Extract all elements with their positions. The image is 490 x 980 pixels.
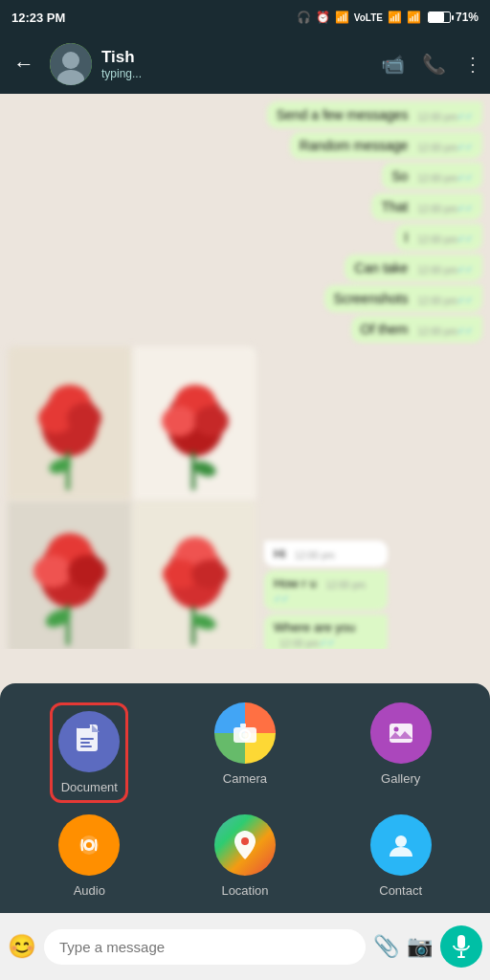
- table-row: Screenshots 12:00 pm✓✓: [8, 285, 482, 312]
- rose-image-3: [8, 501, 131, 649]
- svg-point-21: [68, 555, 106, 588]
- table-row: Send a few messages 12:00 pm✓✓: [8, 101, 482, 128]
- message-bubble: Screenshots 12:00 pm✓✓: [324, 285, 482, 312]
- input-bar: 😊 📎 📷: [0, 913, 490, 980]
- message-bubble: That 12:00 pm✓✓: [371, 193, 482, 220]
- svg-rect-29: [191, 607, 195, 645]
- attach-item-location[interactable]: Location: [214, 814, 276, 898]
- status-icons: 🎧 ⏰ 📶 VoLTE 📶 📶 71%: [297, 11, 479, 24]
- svg-rect-15: [191, 452, 195, 490]
- svg-rect-33: [80, 738, 94, 740]
- svg-rect-35: [80, 746, 92, 747]
- mic-button[interactable]: [440, 925, 482, 968]
- contact-info: Tish typing...: [101, 48, 371, 80]
- svg-point-41: [393, 727, 398, 732]
- svg-point-46: [395, 835, 407, 847]
- status-time: 12:23 PM: [11, 11, 65, 25]
- svg-rect-10: [133, 346, 256, 500]
- table-row: Random message 12:00 pm✓✓: [8, 132, 482, 159]
- lte-icon: VoLTE: [354, 12, 383, 23]
- status-bar: 12:23 PM 🎧 ⏰ 📶 VoLTE 📶 📶 71%: [0, 0, 490, 34]
- svg-point-20: [33, 555, 72, 588]
- svg-point-38: [242, 733, 247, 738]
- attach-item-contact[interactable]: Contact: [370, 814, 432, 898]
- message-bubble: So 12:00 pm✓✓: [382, 163, 482, 189]
- image-grid: [8, 346, 256, 649]
- wifi-icon: 📶: [407, 11, 421, 24]
- audio-circle: [58, 814, 120, 876]
- location-circle: [214, 814, 276, 876]
- message-input[interactable]: [44, 929, 366, 965]
- chat-area: Send a few messages 12:00 pm✓✓ Random me…: [0, 94, 490, 649]
- message-bubble: I 12:00 pm✓✓: [395, 224, 482, 251]
- svg-point-9: [47, 456, 73, 476]
- back-button[interactable]: ←: [8, 48, 40, 80]
- attach-item-camera[interactable]: Camera: [214, 702, 276, 803]
- table-row: That 12:00 pm✓✓: [8, 193, 482, 220]
- avatar[interactable]: [50, 43, 92, 85]
- svg-rect-49: [457, 956, 465, 958]
- svg-rect-17: [8, 501, 131, 649]
- document-label: Document: [61, 780, 118, 794]
- more-options-button[interactable]: ⋮: [463, 53, 482, 76]
- message-bubble: Can take 12:00 pm✓✓: [345, 255, 482, 281]
- contact-circle: [370, 814, 432, 876]
- svg-rect-47: [457, 935, 465, 948]
- camera-circle: [214, 702, 276, 764]
- document-circle: [58, 711, 120, 772]
- table-row: Can take 12:00 pm✓✓: [8, 255, 482, 281]
- svg-point-28: [191, 560, 228, 589]
- message-bubble: Of them 12:00 pm✓✓: [351, 316, 482, 343]
- message-bubble: Send a few messages 12:00 pm✓✓: [267, 101, 482, 128]
- attachment-panel: Document Camera: [0, 683, 490, 913]
- svg-point-23: [43, 606, 74, 631]
- signal2-icon: 📶: [388, 11, 402, 24]
- camera-button[interactable]: 📷: [407, 934, 433, 959]
- svg-point-11: [167, 390, 224, 457]
- message-bubble: Random message 12:00 pm✓✓: [290, 132, 482, 159]
- svg-point-12: [174, 385, 216, 423]
- attachment-grid: Document Camera: [15, 702, 475, 898]
- rose-image-1: [8, 346, 131, 500]
- svg-rect-24: [133, 501, 256, 649]
- contact-status: typing...: [101, 67, 371, 80]
- svg-rect-32: [77, 724, 90, 728]
- rose-image-4: [133, 501, 256, 649]
- attachment-button[interactable]: 📎: [373, 934, 399, 959]
- emoji-button[interactable]: 😊: [8, 933, 36, 960]
- svg-rect-39: [240, 724, 246, 727]
- video-call-button[interactable]: 📹: [381, 53, 405, 76]
- svg-point-30: [189, 612, 217, 632]
- svg-point-7: [67, 403, 101, 434]
- audio-label: Audio: [74, 883, 105, 898]
- svg-point-5: [49, 385, 91, 423]
- svg-point-19: [47, 533, 93, 575]
- time-display: 12:23 PM: [11, 11, 65, 25]
- svg-point-45: [241, 837, 249, 845]
- toolbar-actions: 📹 📞 ⋮: [381, 53, 482, 76]
- svg-rect-34: [80, 742, 90, 744]
- battery-percent: 71%: [456, 11, 479, 24]
- svg-rect-22: [66, 605, 70, 645]
- attach-item-gallery[interactable]: Gallery: [370, 702, 432, 803]
- attach-item-document[interactable]: Document: [50, 702, 128, 803]
- svg-point-1: [62, 52, 79, 69]
- svg-point-25: [167, 544, 224, 609]
- toolbar: ← Tish typing... 📹 📞 ⋮: [0, 34, 490, 94]
- headphone-icon: 🎧: [297, 11, 311, 24]
- svg-point-44: [86, 842, 92, 848]
- message-bubble: How r u 12:00 pm✓✓: [264, 570, 388, 611]
- attach-item-audio[interactable]: Audio: [58, 814, 120, 898]
- voice-call-button[interactable]: 📞: [422, 53, 446, 76]
- rose-image-2: [133, 346, 256, 500]
- svg-rect-8: [66, 452, 70, 490]
- camera-label: Camera: [223, 771, 267, 786]
- svg-point-18: [39, 539, 100, 608]
- table-row: I 12:00 pm✓✓: [8, 224, 482, 251]
- message-bubble: Where are you 12:00 pm✓✓: [264, 614, 388, 649]
- table-row: So 12:00 pm✓✓: [8, 163, 482, 189]
- gallery-circle: [370, 702, 432, 764]
- svg-rect-40: [390, 724, 412, 743]
- gallery-label: Gallery: [381, 771, 420, 786]
- contact-name: Tish: [101, 48, 371, 67]
